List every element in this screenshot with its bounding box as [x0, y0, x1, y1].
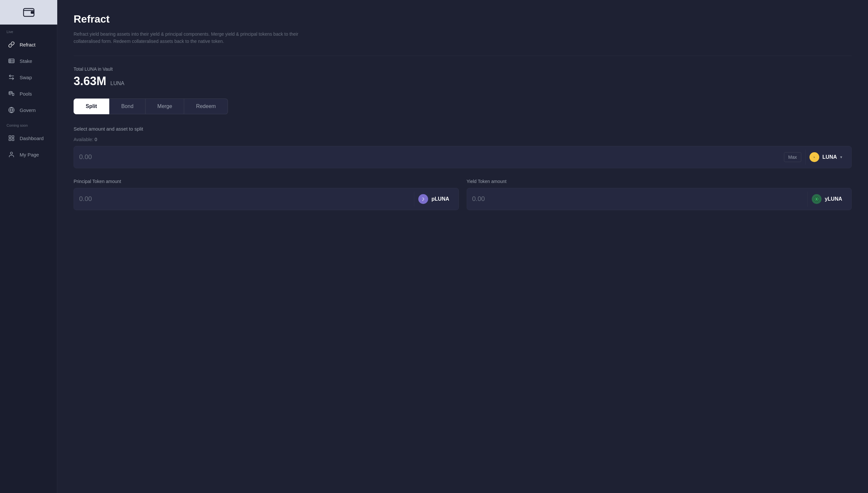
chevron-down-icon: ▾: [840, 155, 842, 159]
sidebar-item-label-swap: Swap: [20, 74, 32, 80]
pools-icon: [8, 90, 15, 97]
page-description: Refract yield bearing assets into their …: [74, 30, 302, 45]
coming-soon-section-label: Coming soon: [0, 118, 57, 130]
principal-token-box: 0.00 pLUNA: [74, 188, 459, 210]
asset-name: LUNA: [823, 154, 837, 160]
max-button[interactable]: Max: [784, 152, 801, 162]
page-title: Refract: [74, 13, 852, 25]
action-tabs: Split Bond Merge Redeem: [74, 99, 852, 114]
yluna-icon: [812, 194, 822, 204]
sidebar-item-label-pools: Pools: [20, 91, 32, 97]
sidebar-item-refract[interactable]: Refract: [1, 36, 55, 53]
svg-point-15: [421, 196, 426, 201]
sidebar-item-label-refract: Refract: [20, 42, 35, 47]
sidebar: Live Refract Stake: [0, 0, 57, 493]
principal-token-group: Principal Token amount 0.00 pLUNA: [74, 179, 459, 210]
yluna-name: yLUNA: [825, 196, 842, 202]
tab-split[interactable]: Split: [74, 99, 109, 114]
sidebar-item-label-dashboard: Dashboard: [20, 135, 44, 141]
swap-icon: [8, 74, 15, 81]
svg-rect-8: [9, 136, 11, 138]
available-value: 0: [94, 137, 97, 142]
amount-input[interactable]: [79, 153, 784, 161]
luna-icon: L: [809, 152, 819, 162]
main-content: Refract Refract yield bearing assets int…: [57, 0, 868, 493]
split-form: Select amount and asset to split Availab…: [74, 126, 852, 210]
sidebar-item-label-govern: Govern: [20, 107, 36, 113]
sidebar-item-stake[interactable]: Stake: [1, 53, 55, 69]
vault-value: 3.63M: [74, 74, 106, 88]
principal-token-label: Principal Token amount: [74, 179, 459, 184]
link-icon: [8, 41, 15, 48]
sidebar-item-govern[interactable]: Govern: [1, 102, 55, 118]
sidebar-item-label-mypage: My Page: [20, 152, 39, 157]
asset-selector[interactable]: L LUNA ▾: [805, 150, 846, 165]
svg-rect-1: [31, 11, 34, 14]
svg-rect-2: [9, 59, 15, 63]
logo-container: [0, 0, 57, 25]
yield-token-box: 0.00 yLUNA: [467, 188, 852, 210]
mypage-icon: [8, 151, 15, 158]
pluna-icon: [418, 194, 428, 204]
form-section-label: Select amount and asset to split: [74, 126, 852, 132]
tab-merge[interactable]: Merge: [145, 99, 184, 114]
sidebar-item-pools[interactable]: Pools: [1, 85, 55, 102]
vault-label: Total LUNA in Vault: [74, 66, 852, 72]
svg-point-18: [816, 198, 817, 200]
live-section-label: Live: [0, 25, 57, 36]
svg-rect-10: [12, 139, 14, 141]
available-row: Available: 0: [74, 137, 852, 142]
logo-icon: [22, 6, 35, 19]
output-tokens-row: Principal Token amount 0.00 pLUNA: [74, 179, 852, 210]
tab-redeem[interactable]: Redeem: [184, 99, 228, 114]
svg-rect-9: [12, 136, 14, 138]
available-label: Available:: [74, 137, 94, 142]
yield-token-group: Yield Token amount 0.00 yLUNA: [467, 179, 852, 210]
vault-unit: LUNA: [111, 81, 124, 86]
section-divider: [74, 56, 852, 56]
vault-value-row: 3.63M LUNA: [74, 74, 852, 88]
amount-input-group: Max L LUNA ▾: [74, 146, 852, 168]
principal-token-value: 0.00: [79, 195, 414, 202]
pluna-name: pLUNA: [431, 196, 449, 202]
pluna-badge: pLUNA: [414, 192, 453, 207]
svg-text:L: L: [814, 156, 815, 158]
govern-icon: [8, 106, 15, 113]
sidebar-item-label-stake: Stake: [20, 58, 32, 64]
yield-token-label: Yield Token amount: [467, 179, 852, 184]
yield-token-value: 0.00: [472, 195, 807, 202]
sidebar-item-swap[interactable]: Swap: [1, 69, 55, 85]
stake-icon: [8, 57, 15, 64]
vault-stats: Total LUNA in Vault 3.63M LUNA: [74, 66, 852, 88]
yluna-badge: yLUNA: [807, 192, 846, 207]
sidebar-item-dashboard[interactable]: Dashboard: [1, 130, 55, 146]
tab-bond[interactable]: Bond: [109, 99, 145, 114]
svg-rect-11: [9, 139, 11, 141]
sidebar-item-mypage[interactable]: My Page: [1, 146, 55, 163]
dashboard-icon: [8, 134, 15, 142]
svg-point-12: [10, 152, 13, 154]
